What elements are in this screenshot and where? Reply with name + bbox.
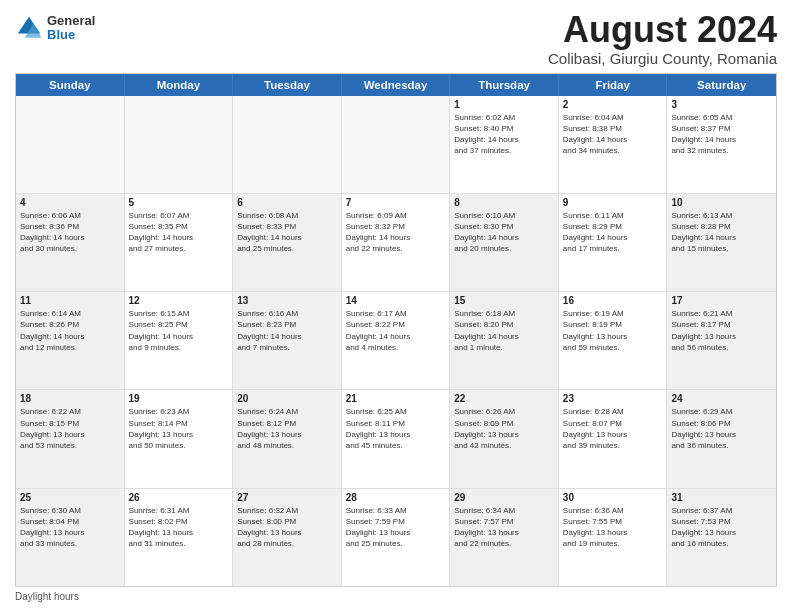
calendar-cell-0-3 <box>342 96 451 193</box>
calendar-row-0: 1Sunrise: 6:02 AM Sunset: 8:40 PM Daylig… <box>16 96 776 194</box>
day-info: Sunrise: 6:17 AM Sunset: 8:22 PM Dayligh… <box>346 308 446 353</box>
day-info: Sunrise: 6:09 AM Sunset: 8:32 PM Dayligh… <box>346 210 446 255</box>
day-number: 13 <box>237 295 337 306</box>
day-info: Sunrise: 6:37 AM Sunset: 7:53 PM Dayligh… <box>671 505 772 550</box>
day-info: Sunrise: 6:18 AM Sunset: 8:20 PM Dayligh… <box>454 308 554 353</box>
calendar-cell-4-1: 26Sunrise: 6:31 AM Sunset: 8:02 PM Dayli… <box>125 489 234 586</box>
calendar-cell-4-5: 30Sunrise: 6:36 AM Sunset: 7:55 PM Dayli… <box>559 489 668 586</box>
calendar-cell-3-1: 19Sunrise: 6:23 AM Sunset: 8:14 PM Dayli… <box>125 390 234 487</box>
day-number: 29 <box>454 492 554 503</box>
calendar-cell-2-1: 12Sunrise: 6:15 AM Sunset: 8:25 PM Dayli… <box>125 292 234 389</box>
day-info: Sunrise: 6:11 AM Sunset: 8:29 PM Dayligh… <box>563 210 663 255</box>
day-info: Sunrise: 6:16 AM Sunset: 8:23 PM Dayligh… <box>237 308 337 353</box>
calendar-cell-2-4: 15Sunrise: 6:18 AM Sunset: 8:20 PM Dayli… <box>450 292 559 389</box>
calendar-cell-0-6: 3Sunrise: 6:05 AM Sunset: 8:37 PM Daylig… <box>667 96 776 193</box>
day-info: Sunrise: 6:15 AM Sunset: 8:25 PM Dayligh… <box>129 308 229 353</box>
day-number: 27 <box>237 492 337 503</box>
calendar-header-wednesday: Wednesday <box>342 74 451 96</box>
day-number: 21 <box>346 393 446 404</box>
day-number: 3 <box>671 99 772 110</box>
day-number: 23 <box>563 393 663 404</box>
calendar-cell-1-4: 8Sunrise: 6:10 AM Sunset: 8:30 PM Daylig… <box>450 194 559 291</box>
calendar-cell-3-6: 24Sunrise: 6:29 AM Sunset: 8:06 PM Dayli… <box>667 390 776 487</box>
footer-note: Daylight hours <box>15 587 777 602</box>
calendar-header: SundayMondayTuesdayWednesdayThursdayFrid… <box>16 74 776 96</box>
calendar-cell-4-0: 25Sunrise: 6:30 AM Sunset: 8:04 PM Dayli… <box>16 489 125 586</box>
title-area: August 2024 Colibasi, Giurgiu County, Ro… <box>548 10 777 67</box>
calendar-cell-0-4: 1Sunrise: 6:02 AM Sunset: 8:40 PM Daylig… <box>450 96 559 193</box>
day-info: Sunrise: 6:30 AM Sunset: 8:04 PM Dayligh… <box>20 505 120 550</box>
calendar-cell-2-6: 17Sunrise: 6:21 AM Sunset: 8:17 PM Dayli… <box>667 292 776 389</box>
calendar-body: 1Sunrise: 6:02 AM Sunset: 8:40 PM Daylig… <box>16 96 776 586</box>
calendar-header-monday: Monday <box>125 74 234 96</box>
logo-text: General Blue <box>47 14 95 43</box>
calendar-cell-0-2 <box>233 96 342 193</box>
calendar-header-friday: Friday <box>559 74 668 96</box>
day-info: Sunrise: 6:34 AM Sunset: 7:57 PM Dayligh… <box>454 505 554 550</box>
day-info: Sunrise: 6:07 AM Sunset: 8:35 PM Dayligh… <box>129 210 229 255</box>
calendar-cell-4-4: 29Sunrise: 6:34 AM Sunset: 7:57 PM Dayli… <box>450 489 559 586</box>
day-info: Sunrise: 6:10 AM Sunset: 8:30 PM Dayligh… <box>454 210 554 255</box>
calendar-cell-4-6: 31Sunrise: 6:37 AM Sunset: 7:53 PM Dayli… <box>667 489 776 586</box>
day-info: Sunrise: 6:31 AM Sunset: 8:02 PM Dayligh… <box>129 505 229 550</box>
day-number: 22 <box>454 393 554 404</box>
day-info: Sunrise: 6:14 AM Sunset: 8:26 PM Dayligh… <box>20 308 120 353</box>
calendar-header-sunday: Sunday <box>16 74 125 96</box>
calendar-cell-2-0: 11Sunrise: 6:14 AM Sunset: 8:26 PM Dayli… <box>16 292 125 389</box>
logo-general: General <box>47 14 95 28</box>
calendar-header-thursday: Thursday <box>450 74 559 96</box>
calendar-cell-2-2: 13Sunrise: 6:16 AM Sunset: 8:23 PM Dayli… <box>233 292 342 389</box>
calendar-cell-1-0: 4Sunrise: 6:06 AM Sunset: 8:36 PM Daylig… <box>16 194 125 291</box>
calendar-header-saturday: Saturday <box>667 74 776 96</box>
day-number: 5 <box>129 197 229 208</box>
day-info: Sunrise: 6:32 AM Sunset: 8:00 PM Dayligh… <box>237 505 337 550</box>
day-number: 25 <box>20 492 120 503</box>
day-number: 17 <box>671 295 772 306</box>
calendar-row-4: 25Sunrise: 6:30 AM Sunset: 8:04 PM Dayli… <box>16 489 776 586</box>
calendar-row-2: 11Sunrise: 6:14 AM Sunset: 8:26 PM Dayli… <box>16 292 776 390</box>
day-number: 10 <box>671 197 772 208</box>
day-info: Sunrise: 6:04 AM Sunset: 8:38 PM Dayligh… <box>563 112 663 157</box>
day-number: 18 <box>20 393 120 404</box>
logo-icon <box>15 14 43 42</box>
day-number: 4 <box>20 197 120 208</box>
calendar-cell-2-5: 16Sunrise: 6:19 AM Sunset: 8:19 PM Dayli… <box>559 292 668 389</box>
day-info: Sunrise: 6:36 AM Sunset: 7:55 PM Dayligh… <box>563 505 663 550</box>
calendar-cell-0-0 <box>16 96 125 193</box>
page: General Blue August 2024 Colibasi, Giurg… <box>0 0 792 612</box>
day-number: 11 <box>20 295 120 306</box>
calendar-cell-4-2: 27Sunrise: 6:32 AM Sunset: 8:00 PM Dayli… <box>233 489 342 586</box>
calendar-cell-3-4: 22Sunrise: 6:26 AM Sunset: 8:09 PM Dayli… <box>450 390 559 487</box>
calendar-header-tuesday: Tuesday <box>233 74 342 96</box>
day-number: 1 <box>454 99 554 110</box>
logo: General Blue <box>15 10 95 43</box>
calendar-cell-0-1 <box>125 96 234 193</box>
logo-blue: Blue <box>47 28 95 42</box>
day-number: 31 <box>671 492 772 503</box>
day-info: Sunrise: 6:26 AM Sunset: 8:09 PM Dayligh… <box>454 406 554 451</box>
day-number: 14 <box>346 295 446 306</box>
calendar-cell-1-3: 7Sunrise: 6:09 AM Sunset: 8:32 PM Daylig… <box>342 194 451 291</box>
day-number: 19 <box>129 393 229 404</box>
calendar-cell-3-2: 20Sunrise: 6:24 AM Sunset: 8:12 PM Dayli… <box>233 390 342 487</box>
day-info: Sunrise: 6:29 AM Sunset: 8:06 PM Dayligh… <box>671 406 772 451</box>
calendar-cell-1-6: 10Sunrise: 6:13 AM Sunset: 8:28 PM Dayli… <box>667 194 776 291</box>
calendar-cell-1-1: 5Sunrise: 6:07 AM Sunset: 8:35 PM Daylig… <box>125 194 234 291</box>
subtitle: Colibasi, Giurgiu County, Romania <box>548 50 777 67</box>
day-number: 8 <box>454 197 554 208</box>
day-info: Sunrise: 6:28 AM Sunset: 8:07 PM Dayligh… <box>563 406 663 451</box>
day-number: 15 <box>454 295 554 306</box>
day-info: Sunrise: 6:06 AM Sunset: 8:36 PM Dayligh… <box>20 210 120 255</box>
day-info: Sunrise: 6:22 AM Sunset: 8:15 PM Dayligh… <box>20 406 120 451</box>
day-number: 20 <box>237 393 337 404</box>
day-info: Sunrise: 6:23 AM Sunset: 8:14 PM Dayligh… <box>129 406 229 451</box>
day-info: Sunrise: 6:02 AM Sunset: 8:40 PM Dayligh… <box>454 112 554 157</box>
day-info: Sunrise: 6:05 AM Sunset: 8:37 PM Dayligh… <box>671 112 772 157</box>
calendar-cell-1-5: 9Sunrise: 6:11 AM Sunset: 8:29 PM Daylig… <box>559 194 668 291</box>
day-info: Sunrise: 6:19 AM Sunset: 8:19 PM Dayligh… <box>563 308 663 353</box>
day-number: 16 <box>563 295 663 306</box>
day-info: Sunrise: 6:24 AM Sunset: 8:12 PM Dayligh… <box>237 406 337 451</box>
day-number: 26 <box>129 492 229 503</box>
day-number: 6 <box>237 197 337 208</box>
calendar-cell-3-3: 21Sunrise: 6:25 AM Sunset: 8:11 PM Dayli… <box>342 390 451 487</box>
